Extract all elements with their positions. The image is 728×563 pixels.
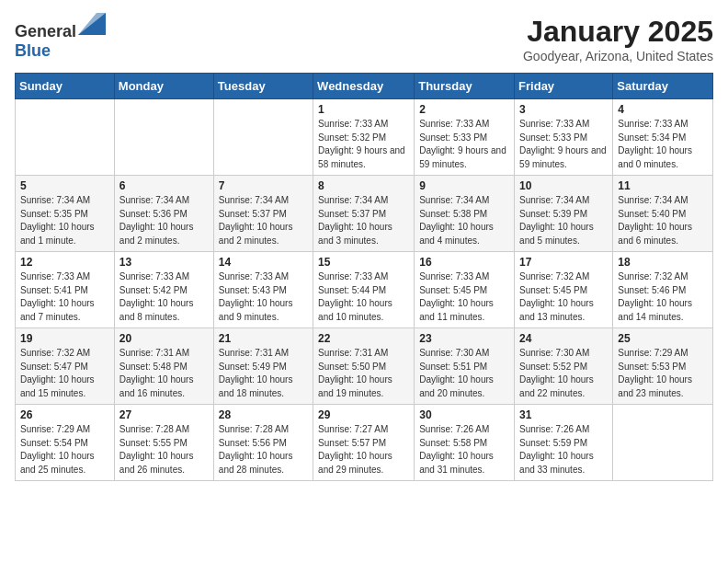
day-number: 18 (618, 256, 708, 269)
day-cell: 21Sunrise: 7:31 AMSunset: 5:49 PMDayligh… (213, 328, 313, 405)
day-info: Sunrise: 7:33 AMSunset: 5:45 PMDaylight:… (419, 270, 509, 324)
day-info: Sunrise: 7:30 AMSunset: 5:52 PMDaylight:… (519, 347, 608, 400)
calendar-title: January 2025 (523, 15, 713, 49)
day-number: 2 (419, 103, 509, 116)
day-info: Sunrise: 7:34 AMSunset: 5:37 PMDaylight:… (318, 194, 409, 247)
page-header: General Blue January 2025 Goodyear, Ariz… (15, 15, 713, 63)
day-cell: 7Sunrise: 7:34 AMSunset: 5:37 PMDaylight… (213, 176, 313, 252)
day-info: Sunrise: 7:33 AMSunset: 5:41 PMDaylight:… (20, 270, 109, 324)
day-info: Sunrise: 7:34 AMSunset: 5:36 PMDaylight:… (119, 194, 209, 247)
day-cell: 27Sunrise: 7:28 AMSunset: 5:55 PMDayligh… (114, 405, 213, 481)
day-info: Sunrise: 7:34 AMSunset: 5:40 PMDaylight:… (618, 194, 708, 247)
day-info: Sunrise: 7:33 AMSunset: 5:33 PMDaylight:… (419, 118, 509, 171)
day-number: 25 (618, 332, 708, 345)
day-number: 7 (219, 179, 308, 192)
day-number: 10 (519, 179, 608, 192)
day-cell: 13Sunrise: 7:33 AMSunset: 5:42 PMDayligh… (114, 252, 213, 328)
day-number: 24 (519, 332, 608, 345)
day-info: Sunrise: 7:28 AMSunset: 5:56 PMDaylight:… (219, 423, 308, 477)
day-info: Sunrise: 7:34 AMSunset: 5:38 PMDaylight:… (419, 194, 509, 247)
day-number: 14 (219, 256, 308, 269)
day-info: Sunrise: 7:34 AMSunset: 5:35 PMDaylight:… (20, 194, 109, 247)
calendar-table: Sunday Monday Tuesday Wednesday Thursday… (15, 73, 713, 481)
day-info: Sunrise: 7:32 AMSunset: 5:45 PMDaylight:… (519, 270, 608, 324)
day-info: Sunrise: 7:33 AMSunset: 5:33 PMDaylight:… (519, 118, 608, 171)
day-cell: 22Sunrise: 7:31 AMSunset: 5:50 PMDayligh… (313, 328, 415, 405)
day-cell: 1Sunrise: 7:33 AMSunset: 5:32 PMDaylight… (313, 99, 415, 176)
day-number: 12 (20, 256, 109, 269)
day-cell: 30Sunrise: 7:26 AMSunset: 5:58 PMDayligh… (415, 405, 515, 481)
day-cell (114, 99, 213, 176)
day-number: 16 (419, 256, 509, 269)
day-info: Sunrise: 7:31 AMSunset: 5:49 PMDaylight:… (219, 347, 308, 400)
day-number: 21 (219, 332, 308, 345)
day-cell: 24Sunrise: 7:30 AMSunset: 5:52 PMDayligh… (515, 328, 613, 405)
title-area: January 2025 Goodyear, Arizona, United S… (523, 15, 713, 63)
day-number: 20 (119, 332, 209, 345)
day-cell: 2Sunrise: 7:33 AMSunset: 5:33 PMDaylight… (415, 99, 515, 176)
day-cell: 19Sunrise: 7:32 AMSunset: 5:47 PMDayligh… (16, 328, 115, 405)
day-cell: 23Sunrise: 7:30 AMSunset: 5:51 PMDayligh… (415, 328, 515, 405)
day-cell: 18Sunrise: 7:32 AMSunset: 5:46 PMDayligh… (613, 252, 713, 328)
day-cell: 10Sunrise: 7:34 AMSunset: 5:39 PMDayligh… (515, 176, 613, 252)
day-cell: 20Sunrise: 7:31 AMSunset: 5:48 PMDayligh… (114, 328, 213, 405)
day-number: 22 (318, 332, 409, 345)
calendar-subtitle: Goodyear, Arizona, United States (523, 49, 713, 63)
day-number: 27 (119, 408, 209, 421)
day-number: 23 (419, 332, 509, 345)
day-number: 26 (20, 408, 109, 421)
day-info: Sunrise: 7:33 AMSunset: 5:34 PMDaylight:… (618, 118, 708, 171)
day-number: 3 (519, 103, 608, 116)
day-info: Sunrise: 7:29 AMSunset: 5:53 PMDaylight:… (618, 347, 708, 400)
day-info: Sunrise: 7:34 AMSunset: 5:39 PMDaylight:… (519, 194, 608, 247)
day-cell: 15Sunrise: 7:33 AMSunset: 5:44 PMDayligh… (313, 252, 415, 328)
header-row: Sunday Monday Tuesday Wednesday Thursday… (16, 74, 713, 99)
day-number: 4 (618, 103, 708, 116)
day-info: Sunrise: 7:27 AMSunset: 5:57 PMDaylight:… (318, 423, 409, 477)
day-cell: 11Sunrise: 7:34 AMSunset: 5:40 PMDayligh… (613, 176, 713, 252)
week-row-2: 5Sunrise: 7:34 AMSunset: 5:35 PMDaylight… (16, 176, 713, 252)
logo-icon (78, 13, 106, 35)
day-cell: 31Sunrise: 7:26 AMSunset: 5:59 PMDayligh… (515, 405, 613, 481)
day-cell (613, 405, 713, 481)
day-number: 8 (318, 179, 409, 192)
day-info: Sunrise: 7:31 AMSunset: 5:48 PMDaylight:… (119, 347, 209, 400)
week-row-1: 1Sunrise: 7:33 AMSunset: 5:32 PMDaylight… (16, 99, 713, 176)
day-info: Sunrise: 7:31 AMSunset: 5:50 PMDaylight:… (318, 347, 409, 400)
day-info: Sunrise: 7:33 AMSunset: 5:43 PMDaylight:… (219, 270, 308, 324)
header-wednesday: Wednesday (313, 74, 415, 99)
day-cell: 29Sunrise: 7:27 AMSunset: 5:57 PMDayligh… (313, 405, 415, 481)
day-number: 17 (519, 256, 608, 269)
day-cell: 17Sunrise: 7:32 AMSunset: 5:45 PMDayligh… (515, 252, 613, 328)
day-info: Sunrise: 7:34 AMSunset: 5:37 PMDaylight:… (219, 194, 308, 247)
day-cell (16, 99, 115, 176)
day-cell: 16Sunrise: 7:33 AMSunset: 5:45 PMDayligh… (415, 252, 515, 328)
day-cell: 8Sunrise: 7:34 AMSunset: 5:37 PMDaylight… (313, 176, 415, 252)
day-cell: 5Sunrise: 7:34 AMSunset: 5:35 PMDaylight… (16, 176, 115, 252)
day-number: 9 (419, 179, 509, 192)
logo: General Blue (15, 15, 106, 61)
day-info: Sunrise: 7:32 AMSunset: 5:47 PMDaylight:… (20, 347, 109, 400)
week-row-4: 19Sunrise: 7:32 AMSunset: 5:47 PMDayligh… (16, 328, 713, 405)
day-info: Sunrise: 7:29 AMSunset: 5:54 PMDaylight:… (20, 423, 109, 477)
day-info: Sunrise: 7:32 AMSunset: 5:46 PMDaylight:… (618, 270, 708, 324)
day-number: 1 (318, 103, 409, 116)
day-cell (213, 99, 313, 176)
day-cell: 6Sunrise: 7:34 AMSunset: 5:36 PMDaylight… (114, 176, 213, 252)
day-number: 30 (419, 408, 509, 421)
week-row-3: 12Sunrise: 7:33 AMSunset: 5:41 PMDayligh… (16, 252, 713, 328)
day-cell: 28Sunrise: 7:28 AMSunset: 5:56 PMDayligh… (213, 405, 313, 481)
day-cell: 9Sunrise: 7:34 AMSunset: 5:38 PMDaylight… (415, 176, 515, 252)
day-info: Sunrise: 7:33 AMSunset: 5:44 PMDaylight:… (318, 270, 409, 324)
day-info: Sunrise: 7:26 AMSunset: 5:58 PMDaylight:… (419, 423, 509, 477)
day-cell: 3Sunrise: 7:33 AMSunset: 5:33 PMDaylight… (515, 99, 613, 176)
header-thursday: Thursday (415, 74, 515, 99)
day-number: 11 (618, 179, 708, 192)
svg-marker-1 (78, 13, 106, 35)
day-number: 31 (519, 408, 608, 421)
day-info: Sunrise: 7:33 AMSunset: 5:32 PMDaylight:… (318, 118, 409, 171)
day-info: Sunrise: 7:28 AMSunset: 5:55 PMDaylight:… (119, 423, 209, 477)
logo-general: General (15, 22, 76, 40)
logo-blue: Blue (15, 41, 51, 60)
day-info: Sunrise: 7:26 AMSunset: 5:59 PMDaylight:… (519, 423, 608, 477)
